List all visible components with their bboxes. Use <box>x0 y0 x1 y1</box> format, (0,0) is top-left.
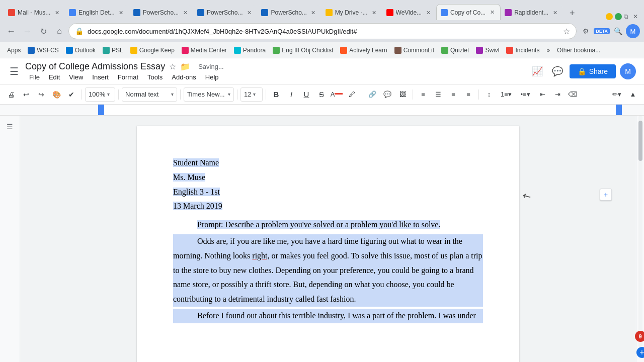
bookmark-more[interactable]: » <box>543 44 553 56</box>
minimize-button[interactable] <box>606 13 613 20</box>
user-avatar[interactable]: M <box>620 63 636 79</box>
align-center-btn[interactable]: ☰ <box>431 87 445 102</box>
menu-format[interactable]: Format <box>114 73 142 81</box>
paint-format-btn[interactable]: 🎨 <box>49 87 63 102</box>
tab-english[interactable]: English Det... ✕ <box>65 5 129 20</box>
profile-avatar[interactable]: M <box>626 24 640 38</box>
add-to-doc-btn[interactable]: + <box>636 347 644 358</box>
align-left-btn[interactable]: ≡ <box>416 87 430 102</box>
menu-help[interactable]: Help <box>201 73 223 81</box>
ext-icon-2[interactable]: 🔍 <box>611 24 625 38</box>
hide-toolbar-btn[interactable]: ▲ <box>626 87 640 102</box>
bookmark-activelylearn[interactable]: Actively Learn <box>337 44 390 56</box>
bookmark-outlook[interactable]: Outlook <box>63 44 99 56</box>
highlight-btn[interactable]: 🖊 <box>345 87 359 102</box>
new-tab-button[interactable]: + <box>565 6 579 20</box>
bulletlist-btn[interactable]: •≡▾ <box>516 87 534 102</box>
bookmark-googlekeep[interactable]: Google Keep <box>127 44 178 56</box>
tab-close-rapid[interactable]: ✕ <box>551 9 559 17</box>
scrollbar-track[interactable] <box>638 116 642 347</box>
tab-ps2[interactable]: PowerScho... ✕ <box>193 5 257 20</box>
underline-btn[interactable]: U <box>299 87 313 102</box>
tab-copyof[interactable]: Copy of Co... ✕ <box>436 4 501 20</box>
tab-close-mail[interactable]: ✕ <box>53 9 61 17</box>
star-doc-icon[interactable]: ☆ <box>169 62 176 71</box>
tab-close-copyof[interactable]: ✕ <box>488 9 496 17</box>
bookmark-incidents[interactable]: Incidents <box>503 44 542 56</box>
menu-file[interactable]: File <box>25 73 44 81</box>
editing-btn[interactable]: ✏▾ <box>609 87 625 102</box>
menu-edit[interactable]: Edit <box>45 73 64 81</box>
outline-icon[interactable]: ☰ <box>4 121 16 133</box>
bookmark-mediacenter[interactable]: Media Center <box>179 44 230 56</box>
tab-close-ps1[interactable]: ✕ <box>181 9 189 17</box>
print-btn[interactable]: 🖨 <box>4 87 18 102</box>
increase-indent-btn[interactable]: ⇥ <box>550 87 565 102</box>
bookmark-pandora[interactable]: Pandora <box>231 44 269 56</box>
tab-close-english[interactable]: ✕ <box>117 9 125 17</box>
style-select[interactable]: Normal text ▾ <box>122 87 177 102</box>
activity-icon[interactable]: 📈 <box>529 63 545 79</box>
strikethrough-btn[interactable]: S <box>314 87 329 102</box>
bookmark-quizlet[interactable]: Quizlet <box>438 44 472 56</box>
bookmark-swivl[interactable]: Swivl <box>473 44 502 56</box>
textcolor-btn[interactable]: A <box>330 87 344 102</box>
forward-button[interactable]: → <box>20 24 34 38</box>
link-btn[interactable]: 🔗 <box>365 87 379 102</box>
redo-btn[interactable]: ↪ <box>34 87 48 102</box>
bookmark-wsfcs[interactable]: WSFCS <box>25 44 61 56</box>
undo-btn[interactable]: ↩ <box>19 87 33 102</box>
bookmark-other[interactable]: Other bookma... <box>554 44 603 56</box>
scrollbar-thumb[interactable] <box>638 121 642 161</box>
bookmark-engiii[interactable]: Eng III Obj Chcklist <box>270 44 336 56</box>
home-button[interactable]: ⌂ <box>52 24 66 38</box>
star-icon[interactable]: ☆ <box>563 27 570 36</box>
font-size-select[interactable]: 12 ▾ <box>240 87 263 102</box>
italic-btn[interactable]: I <box>284 87 298 102</box>
decrease-indent-btn[interactable]: ⇤ <box>535 87 549 102</box>
docs-menu-icon[interactable]: ☰ <box>8 65 20 77</box>
tab-ps3[interactable]: PowerScho... ✕ <box>257 5 321 20</box>
comment-btn[interactable]: 💬 <box>380 87 394 102</box>
clearformat-btn[interactable]: ⌫ <box>566 87 580 102</box>
restore-button[interactable]: ⧉ <box>624 13 631 20</box>
ruler-left-margin[interactable] <box>98 105 104 116</box>
menu-view[interactable]: View <box>65 73 87 81</box>
tab-close-mydrive[interactable]: ✕ <box>370 9 378 17</box>
linespacing-btn[interactable]: ↕ <box>482 87 496 102</box>
ext-icon-1[interactable]: ⚙ <box>579 24 593 38</box>
menu-insert[interactable]: Insert <box>88 73 113 81</box>
maximize-button[interactable] <box>615 13 622 20</box>
image-btn[interactable]: 🖼 <box>395 87 410 102</box>
back-button[interactable]: ← <box>4 24 18 38</box>
zoom-select[interactable]: 100% ▾ <box>85 87 115 102</box>
tab-close-wevid[interactable]: ✕ <box>424 9 432 17</box>
tab-rapid[interactable]: RapidIdent... ✕ <box>501 5 563 20</box>
reload-button[interactable]: ↻ <box>36 24 50 38</box>
numberedlist-btn[interactable]: 1≡▾ <box>497 87 515 102</box>
close-button[interactable]: ✕ <box>633 13 640 20</box>
tab-close-ps3[interactable]: ✕ <box>309 9 317 17</box>
tab-close-ps2[interactable]: ✕ <box>245 9 253 17</box>
tab-wevid[interactable]: WeVide... ✕ <box>382 5 437 20</box>
bookmark-psl[interactable]: PSL <box>100 44 126 56</box>
bookmark-commonlit[interactable]: CommonLit <box>391 44 437 56</box>
address-bar[interactable]: 🔒 docs.google.com/document/d/1hQJXMef4_J… <box>68 23 577 39</box>
notification-badge[interactable]: 9 <box>635 331 645 342</box>
tab-mydrive[interactable]: My Drive -... ✕ <box>321 5 382 20</box>
add-comment-floating-btn[interactable]: + <box>600 189 612 201</box>
tab-ps1[interactable]: PowerScho... ✕ <box>129 5 193 20</box>
bookmark-apps[interactable]: Apps <box>4 44 24 56</box>
share-button[interactable]: 🔒 Share <box>570 64 616 78</box>
menu-addons[interactable]: Add-ons <box>168 73 200 81</box>
spelling-btn[interactable]: ✔ <box>64 87 78 102</box>
menu-tools[interactable]: Tools <box>143 73 167 81</box>
font-select[interactable]: Times New... ▾ <box>184 87 234 102</box>
comments-icon[interactable]: 💬 <box>549 63 566 79</box>
move-to-folder-icon[interactable]: 📁 <box>180 62 190 71</box>
align-right-btn[interactable]: ≡ <box>446 87 460 102</box>
tab-mail[interactable]: Mail - Mus... ✕ <box>4 5 65 20</box>
bold-btn[interactable]: B <box>269 87 283 102</box>
doc-canvas[interactable]: Student Name Ms. Muse English 3 - 1st 13… <box>20 116 636 362</box>
ruler-right-margin[interactable] <box>616 105 622 116</box>
